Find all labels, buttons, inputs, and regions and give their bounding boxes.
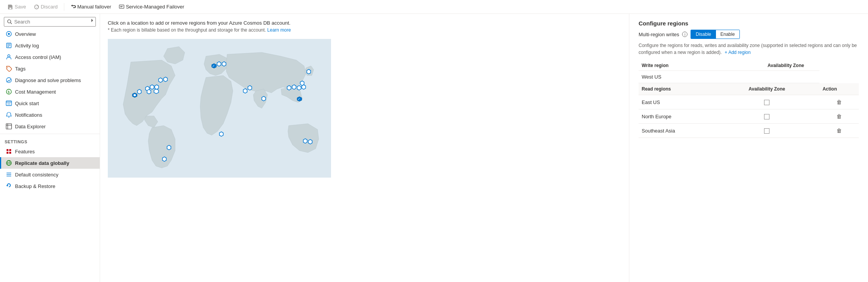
multi-region-writes-row: Multi-region writes i Disable Enable [639, 30, 859, 39]
sidebar-item-label: Backup & Restore [15, 183, 55, 189]
svg-text:✓: ✓ [298, 97, 301, 101]
sidebar-item-label: Activity log [15, 43, 39, 49]
region-name: North Europe [639, 109, 714, 124]
content-area: Click on a location to add or remove reg… [100, 14, 868, 282]
search-input[interactable] [14, 19, 92, 25]
svg-rect-21 [9, 152, 11, 154]
sidebar-item-cost[interactable]: $ Cost Management [0, 86, 100, 97]
svg-marker-39 [217, 62, 221, 66]
discard-button[interactable]: Discard [31, 2, 61, 11]
write-region-header-row: Write region Availability Zone [639, 60, 859, 71]
sidebar-item-features[interactable]: Features [0, 146, 100, 157]
sidebar-item-data-explorer[interactable]: Data Explorer [0, 121, 100, 132]
world-map[interactable]: ✓ ✓ [108, 39, 331, 178]
az-checkbox[interactable] [764, 114, 769, 119]
action-cell: 🗑 [819, 124, 859, 138]
sidebar-item-quickstart[interactable]: Quick start [0, 97, 100, 109]
svg-marker-35 [147, 89, 151, 94]
search-icon [7, 19, 12, 24]
iam-icon [6, 54, 12, 60]
svg-rect-18 [7, 149, 8, 151]
az-cell [714, 95, 819, 109]
sidebar-item-consistency[interactable]: Default consistency [0, 169, 100, 180]
manual-failover-button[interactable]: Manual failover [67, 2, 114, 11]
delete-region-button[interactable]: 🗑 [835, 112, 843, 120]
sidebar-item-iam[interactable]: Access control (IAM) [0, 51, 100, 63]
learn-more-link[interactable]: Learn more [267, 27, 291, 33]
sidebar-item-diagnose[interactable]: Diagnose and solve problems [0, 74, 100, 86]
service-failover-button[interactable]: Service-Managed Failover [116, 2, 187, 11]
save-button[interactable]: Save [5, 2, 29, 11]
sidebar-item-label: Cost Management [15, 89, 56, 95]
svg-marker-58 [162, 157, 166, 161]
svg-point-9 [7, 78, 12, 83]
sidebar-item-label: Diagnose and solve problems [15, 77, 81, 83]
sidebar-item-label: Tags [15, 66, 25, 72]
svg-marker-52 [248, 86, 252, 90]
sidebar-item-overview[interactable]: Overview [0, 28, 100, 40]
disable-toggle-button[interactable]: Disable [691, 30, 716, 39]
sidebar-item-label: Quick start [15, 101, 39, 106]
sidebar-item-activity-log[interactable]: Activity log [0, 40, 100, 51]
svg-marker-34 [155, 85, 159, 89]
az-col-header-read: Availability Zone [714, 83, 819, 95]
replicate-icon [6, 160, 12, 166]
read-regions-col-header: Read regions [639, 83, 714, 95]
sidebar-item-backup[interactable]: Backup & Restore [0, 180, 100, 192]
backup-icon [6, 183, 12, 189]
activity-log-icon [6, 42, 12, 49]
svg-marker-54 [303, 139, 307, 143]
action-cell: 🗑 [819, 95, 859, 109]
svg-text:$: $ [8, 90, 10, 94]
enable-toggle-button[interactable]: Enable [716, 30, 739, 39]
map-area: Click on a location to add or remove reg… [100, 14, 629, 282]
availability-zone-col-header: Availability Zone [714, 60, 819, 71]
sidebar-collapse-button[interactable] [88, 17, 97, 25]
az-cell [714, 124, 819, 138]
table-row: Southeast Asia 🗑 [639, 124, 859, 138]
svg-marker-49 [262, 96, 266, 101]
multi-region-toggle: Disable Enable [691, 30, 739, 39]
svg-marker-36 [137, 89, 141, 94]
right-panel: Configure regions Multi-region writes i … [629, 14, 868, 282]
region-name: East US [639, 95, 714, 109]
svg-point-2 [8, 33, 10, 35]
svg-rect-20 [7, 152, 8, 154]
svg-marker-45 [297, 86, 301, 90]
multi-region-info-icon[interactable]: i [682, 32, 687, 37]
data-explorer-icon [6, 123, 12, 129]
add-region-link[interactable]: + Add region [724, 50, 751, 55]
svg-text:✓: ✓ [212, 64, 215, 68]
map-note: * Each region is billable based on the t… [108, 27, 621, 33]
sidebar-item-tags[interactable]: Tags [0, 63, 100, 74]
sidebar-item-replicate[interactable]: Replicate data globally [0, 157, 100, 169]
sidebar-item-label: Data Explorer [15, 124, 45, 129]
svg-marker-51 [243, 89, 247, 93]
sidebar-item-notifications[interactable]: Notifications [0, 109, 100, 121]
panel-title: Configure regions [639, 20, 859, 27]
svg-point-8 [7, 67, 8, 68]
read-regions-header-row: Read regions Availability Zone Action [639, 83, 859, 95]
settings-section-label: Settings [0, 136, 100, 146]
sidebar-item-label: Default consistency [15, 172, 59, 178]
svg-marker-56 [159, 78, 162, 82]
regions-table: Write region Availability Zone West US R… [639, 60, 859, 138]
svg-rect-15 [6, 124, 12, 129]
search-box[interactable] [4, 17, 96, 27]
notification-icon [6, 112, 12, 118]
write-region-col-header: Write region [639, 60, 714, 71]
sidebar-item-label: Replicate data globally [15, 160, 69, 166]
delete-region-button[interactable]: 🗑 [835, 98, 843, 106]
action-col-header: Action [819, 83, 859, 95]
svg-marker-40 [222, 62, 226, 66]
svg-marker-33 [150, 85, 154, 89]
diagnose-icon [6, 77, 12, 83]
delete-region-button[interactable]: 🗑 [835, 127, 843, 134]
az-checkbox[interactable] [764, 128, 769, 134]
table-row: East US 🗑 [639, 95, 859, 109]
overview-icon [6, 31, 12, 37]
svg-marker-50 [219, 132, 223, 136]
tag-icon [6, 65, 12, 72]
consistency-icon [6, 171, 12, 178]
az-checkbox[interactable] [764, 100, 769, 105]
